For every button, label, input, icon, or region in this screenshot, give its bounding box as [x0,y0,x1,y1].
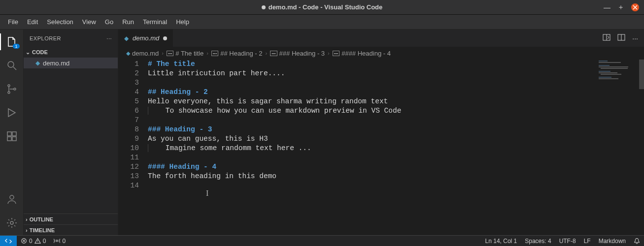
scrollbar-thumb[interactable] [639,60,644,89]
sidebar-title: EXPLORER ··· [24,30,118,47]
code-line[interactable]: The forth heading in this demo [148,172,276,180]
close-button[interactable] [631,3,639,11]
explorer-icon[interactable]: 1 [0,33,24,50]
run-debug-icon[interactable] [0,104,24,121]
source-control-icon[interactable] [0,81,24,97]
code-line[interactable]: ### Heading - 3 [148,125,212,133]
statusbar: 0 0 0 Ln 14, Col 1 Spaces: 4 UTF-8 LF Ma… [0,235,644,246]
workbench: 1 EXPLORER ·· [0,30,644,235]
breadcrumb-h1[interactable]: ••• # The title [167,50,203,57]
timeline-section[interactable]: › TIMELINE [24,224,118,235]
code-line[interactable]: Little intricution part here.... [148,69,285,77]
chevron-right-icon: › [162,50,164,56]
titlebar: demo.md - Code - Visual Studio Code — ＋ [0,0,644,15]
svg-point-2 [8,92,10,93]
eol-status[interactable]: LF [580,238,595,245]
settings-gear-icon[interactable] [0,215,24,231]
menu-view[interactable]: View [78,16,100,28]
tab-label: demo.md [133,34,159,42]
indent [148,107,166,115]
menu-terminal[interactable]: Terminal [139,16,171,28]
heading-icon: ••• [270,51,277,56]
chevron-right-icon: › [266,50,268,56]
indent [148,144,166,152]
code-editor[interactable]: 1 2 3 4 5 6 7 8 9 10 11 12 13 14 # The t… [118,60,644,235]
editor-area: ◆ demo.md ··· ◆ demo.md › [118,30,644,235]
sidebar-more-icon[interactable]: ··· [106,35,112,41]
ports-count: 0 [62,238,66,245]
breadcrumbs: ◆ demo.md › ••• # The title › ••• ## Hea… [118,47,644,60]
svg-point-3 [14,88,16,90]
errors-count: 0 [29,238,33,245]
chevron-down-icon: ⌄ [26,49,30,56]
breadcrumb-file[interactable]: ◆ demo.md [126,50,159,57]
svg-rect-4 [7,132,11,136]
remote-indicator[interactable] [0,236,17,246]
breadcrumb-label: ## Heading - 2 [220,50,262,57]
breadcrumb-h2[interactable]: ••• ## Heading - 2 [211,50,263,57]
tabs-bar: ◆ demo.md ··· [118,30,644,47]
menu-edit[interactable]: Edit [23,16,42,28]
svg-rect-7 [12,137,16,141]
indentation-status[interactable]: Spaces: 4 [521,238,555,245]
code-line[interactable]: As you can guess, this is H3 [148,135,268,143]
code-lines[interactable]: # The title Little intricution part here… [148,60,644,235]
split-editor-icon[interactable] [617,33,625,43]
minimize-button[interactable]: — [604,3,610,11]
encoding-status[interactable]: UTF-8 [555,238,580,245]
window-title-container: demo.md - Code - Visual Studio Code [262,3,383,11]
outline-label: OUTLINE [30,216,53,222]
window-controls: — ＋ [604,3,639,12]
menu-file[interactable]: File [4,16,22,28]
code-line[interactable]: Imagine some randomm text here ... [166,144,311,152]
warnings-count: 0 [43,238,46,245]
svg-point-1 [8,85,10,87]
code-line[interactable]: Hello everyone, this is sagar sharma wri… [148,97,388,105]
explorer-label: EXPLORER [30,35,61,41]
menu-selection[interactable]: Selection [43,16,77,28]
breadcrumb-label: #### Heading - 4 [341,50,391,57]
file-item-demo-md[interactable]: ◆ demo.md [24,58,118,68]
chevron-right-icon: › [26,227,28,233]
notifications-icon[interactable] [630,238,644,244]
extensions-icon[interactable] [0,128,24,145]
svg-point-0 [8,62,14,67]
timeline-label: TIMELINE [30,227,55,233]
code-line[interactable]: #### Heading - 4 [148,163,216,171]
search-icon[interactable] [0,57,24,74]
markdown-file-icon: ◆ [126,50,130,57]
code-line[interactable]: # The title [148,60,195,68]
menu-go[interactable]: Go [101,16,117,28]
breadcrumb-label: ### Heading - 3 [279,50,325,57]
more-actions-icon[interactable]: ··· [632,34,638,42]
breadcrumb-h3[interactable]: ••• ### Heading - 3 [270,50,325,57]
cursor-position[interactable]: Ln 14, Col 1 [481,238,521,245]
modified-dot-icon [163,36,167,40]
chevron-right-icon: › [328,50,330,56]
outline-section[interactable]: › OUTLINE [24,214,118,224]
code-line[interactable]: ## Heading - 2 [148,88,208,96]
line-numbers: 1 2 3 4 5 6 7 8 9 10 11 12 13 14 [118,60,148,235]
open-preview-icon[interactable] [603,33,610,43]
markdown-file-icon: ◆ [124,35,129,42]
menubar: File Edit Selection View Go Run Terminal… [0,15,644,30]
maximize-button[interactable]: ＋ [617,3,624,12]
menu-help[interactable]: Help [172,16,193,28]
svg-rect-5 [12,132,16,136]
window-title: demo.md - Code - Visual Studio Code [269,3,383,11]
problems-indicator[interactable]: 0 0 [17,238,50,245]
text-cursor-icon: I [206,188,208,198]
ports-indicator[interactable]: 0 [50,238,69,245]
breadcrumb-label: # The title [175,50,203,57]
accounts-icon[interactable] [0,191,24,208]
code-line[interactable]: To showcase how you can use markdown pre… [166,107,402,115]
svg-rect-6 [7,137,11,141]
markdown-file-icon: ◆ [35,60,40,66]
language-mode[interactable]: Markdown [595,238,630,245]
tab-demo-md[interactable]: ◆ demo.md [118,30,173,47]
menu-run[interactable]: Run [118,16,138,28]
minimap[interactable] [599,61,638,80]
folder-root[interactable]: ⌄ CODE [24,47,118,58]
breadcrumb-h4[interactable]: ••• #### Heading - 4 [333,50,391,57]
file-item-label: demo.md [43,60,69,67]
